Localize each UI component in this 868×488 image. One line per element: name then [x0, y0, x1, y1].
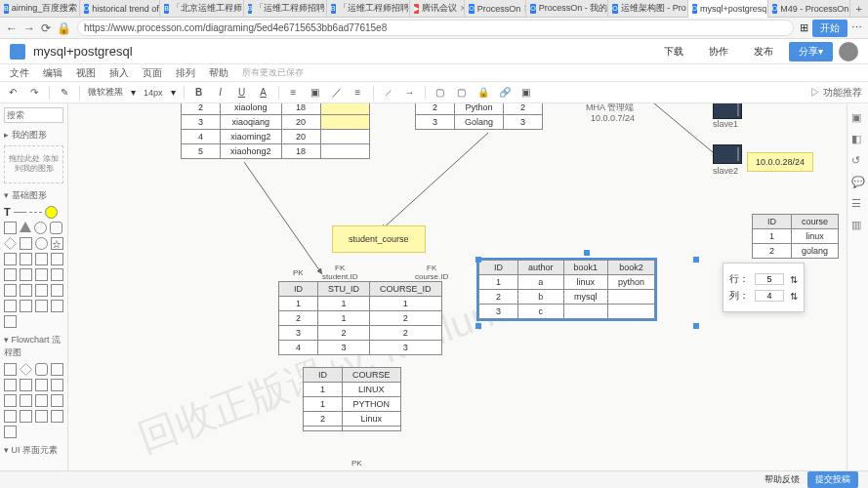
stepper-icon[interactable]: ⇅ — [790, 291, 798, 302]
course-list-table[interactable]: IDcourse 1linux 2golang — [752, 214, 839, 259]
shape-icon[interactable] — [35, 394, 48, 407]
shape-icon[interactable] — [35, 410, 48, 423]
image-icon[interactable]: ▣ — [519, 86, 533, 100]
shape-icon[interactable] — [4, 315, 17, 328]
chevron-down-icon[interactable]: ▾ — [171, 87, 176, 98]
font-select[interactable]: 微软雅黑 — [88, 86, 123, 99]
shape-rect-icon[interactable] — [4, 222, 17, 234]
tab-10[interactable]: OM49 - ProcessOn× — [768, 0, 850, 18]
canvas[interactable]: 回收正版课+v: kunlun991 2xiaolong18 3xiaoqian… — [68, 103, 847, 470]
new-tab-button[interactable]: + — [850, 3, 868, 15]
align-icon[interactable]: ≡ — [287, 86, 301, 100]
publish-button[interactable]: 发布 — [744, 42, 783, 61]
shape-icon[interactable] — [20, 300, 32, 312]
extension-icon[interactable]: ⊞ — [800, 21, 808, 34]
undo-icon[interactable]: ↶ — [6, 86, 20, 100]
share-button[interactable]: 分享▾ — [789, 42, 833, 61]
shape-icon[interactable] — [51, 363, 63, 376]
shape-rounded-icon[interactable] — [50, 222, 62, 234]
tab-3[interactable]: B「运维工程师招聘× — [244, 0, 327, 18]
lang-table[interactable]: 2Python2 3Golang3 — [415, 103, 543, 130]
shape-icon[interactable] — [4, 394, 17, 407]
shape-triangle-icon[interactable] — [20, 222, 31, 232]
menu-help[interactable]: 帮助 — [209, 66, 228, 80]
resize-handle[interactable] — [584, 250, 590, 256]
shape-diamond-icon[interactable] — [4, 237, 17, 250]
shape-icon[interactable] — [35, 284, 48, 297]
shape-circle-icon[interactable] — [34, 222, 47, 234]
resize-handle[interactable] — [475, 323, 481, 329]
line-icon[interactable]: ／ — [330, 86, 344, 100]
shape-icon[interactable] — [4, 379, 17, 391]
resize-handle[interactable] — [693, 257, 699, 263]
my-shapes-section[interactable]: ▸ 我的图形 — [4, 129, 63, 142]
server-icon[interactable] — [713, 103, 742, 119]
student-course-note[interactable]: student_course — [332, 225, 426, 253]
comment-icon[interactable]: 💬 — [851, 176, 865, 189]
ip-note[interactable]: 10.0.0.28/24 — [747, 152, 813, 172]
shape-icon[interactable] — [35, 253, 48, 265]
italic-icon[interactable]: I — [214, 86, 227, 100]
shape-icon[interactable] — [20, 268, 32, 281]
drop-zone[interactable]: 拖拉此处 添加到我的图形 — [4, 145, 63, 183]
shape-ellipse-icon[interactable] — [35, 237, 48, 250]
shape-icon[interactable] — [20, 379, 32, 391]
back-icon[interactable]: ▢ — [455, 86, 469, 100]
shape-icon[interactable] — [4, 426, 17, 438]
shape-hex-icon[interactable] — [20, 237, 32, 250]
shape-icon[interactable] — [35, 300, 48, 312]
resize-handle[interactable] — [693, 323, 699, 329]
forward-icon[interactable]: → — [23, 21, 35, 35]
submit-button[interactable]: 提交投稿 — [807, 471, 858, 488]
reload-icon[interactable]: ⟳ — [41, 21, 51, 35]
arrow-icon[interactable]: → — [403, 86, 417, 100]
menu-view[interactable]: 视图 — [76, 66, 96, 80]
history-icon[interactable]: ↺ — [851, 154, 865, 168]
tab-7[interactable]: OProcessOn - 我的× — [526, 0, 608, 18]
shape-icon[interactable] — [4, 268, 17, 281]
tab-0[interactable]: Baiming_百度搜索× — [0, 0, 80, 18]
shape-icon[interactable] — [4, 410, 17, 423]
navigator-icon[interactable]: ▣ — [851, 111, 865, 125]
shape-icon[interactable] — [20, 410, 32, 423]
shape-dashed-icon[interactable] — [29, 212, 42, 213]
resize-handle[interactable] — [475, 257, 481, 263]
menu-page[interactable]: 页面 — [143, 66, 162, 80]
col-input[interactable] — [755, 290, 784, 302]
style-icon[interactable]: ◧ — [851, 133, 865, 146]
shape-icon[interactable] — [20, 394, 32, 407]
start-button[interactable]: 开始 — [812, 20, 847, 37]
menu-insert[interactable]: 插入 — [109, 66, 129, 80]
shape-icon[interactable] — [51, 394, 63, 407]
shape-star-icon[interactable]: ☆ — [51, 237, 63, 250]
stepper-icon[interactable]: ⇅ — [790, 274, 798, 285]
menu-icon[interactable]: ⋯ — [851, 21, 862, 34]
app-logo-icon[interactable] — [10, 44, 25, 60]
shape-icon[interactable] — [51, 253, 63, 265]
shape-dot-icon[interactable] — [45, 206, 58, 219]
menu-edit[interactable]: 编辑 — [43, 66, 62, 80]
linestyle-icon[interactable]: ≡ — [351, 86, 365, 100]
student-table[interactable]: 2xiaolong18 3xiaoqiang20 4xiaoming220 5x… — [181, 103, 370, 159]
shape-icon[interactable] — [51, 410, 63, 423]
search-input[interactable] — [4, 107, 63, 123]
shape-icon[interactable] — [51, 268, 63, 281]
tab-6[interactable]: OProcessOn× — [465, 0, 526, 18]
help-link[interactable]: 帮助反馈 — [765, 473, 800, 486]
coop-button[interactable]: 协作 — [699, 42, 738, 61]
underline-icon[interactable]: U — [235, 86, 249, 100]
feature-button[interactable]: ▷ 功能推荐 — [810, 86, 862, 100]
address-input[interactable]: https://www.processon.com/diagraming/5ed… — [77, 20, 794, 36]
shape-icon[interactable] — [51, 284, 63, 297]
shape-icon[interactable] — [35, 268, 48, 281]
shape-icon[interactable] — [4, 284, 17, 297]
book-table[interactable]: IDauthorbook1book2 1alinuxpython 2bmysql… — [478, 260, 655, 319]
shape-line-icon[interactable] — [14, 212, 26, 213]
layers-icon[interactable]: ☰ — [851, 197, 865, 211]
menu-file[interactable]: 文件 — [10, 66, 29, 80]
download-button[interactable]: 下载 — [654, 42, 693, 61]
shape-icon[interactable] — [20, 284, 32, 297]
shape-icon[interactable] — [35, 363, 48, 376]
tab-9[interactable]: Omysql+postgresq× — [688, 0, 768, 18]
flowchart-section[interactable]: ▾ Flowchart 流程图 — [4, 334, 63, 359]
